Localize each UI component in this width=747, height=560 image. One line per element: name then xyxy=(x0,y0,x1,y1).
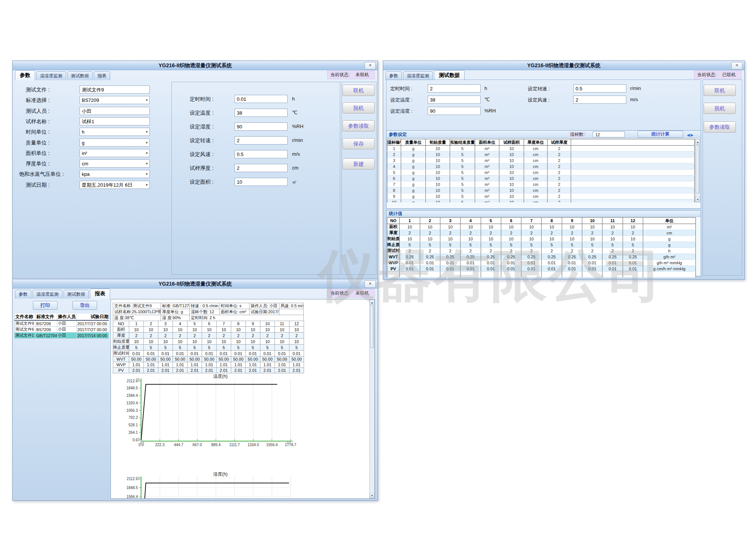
cell: 1.01 xyxy=(144,362,158,368)
unit-label: r/min xyxy=(630,85,641,91)
cell: m² xyxy=(475,152,499,158)
row-label: 厚度 xyxy=(387,230,400,236)
cup-count-input[interactable]: 12 xyxy=(593,131,625,137)
tab-4[interactable]: 报表 xyxy=(90,289,110,299)
field-row: 饱和水蒸气压单位 :kpa▼ xyxy=(16,170,168,180)
cell: 0.01 xyxy=(542,266,562,272)
file-row[interactable]: 测试文件6BS7209小田2017/7/27 00:00 xyxy=(15,327,109,333)
svg-text:1556.4: 1556.4 xyxy=(266,443,278,447)
table-row: 终止质量555555555555g xyxy=(387,242,696,248)
scrollbar-thumb[interactable] xyxy=(696,145,700,193)
close-icon[interactable]: × xyxy=(731,62,743,69)
tab-2[interactable]: 温湿度监测 xyxy=(32,290,62,299)
disconnect-button[interactable]: 脱机 xyxy=(704,103,736,114)
close-icon[interactable]: × xyxy=(365,280,376,288)
humidity-chart: 1584.41848.52112.6湿度(h) xyxy=(114,471,301,499)
cell: 5 xyxy=(542,242,562,248)
group-header: 统计值 xyxy=(387,211,701,217)
column-header: 6 xyxy=(501,218,521,224)
cell: 1.01 xyxy=(217,362,231,368)
setpoint-input[interactable]: 10 xyxy=(235,178,288,186)
file-row[interactable]: 测试文件9BS7209小田2017/7/27 00:00 xyxy=(15,320,109,327)
cell: 5 xyxy=(289,345,304,351)
setpoint-input[interactable]: 38 xyxy=(235,109,288,117)
dropdown[interactable]: g▼ xyxy=(80,139,150,147)
cell: 0.01 xyxy=(602,266,623,272)
tab-4[interactable]: 报表 xyxy=(94,71,110,80)
export-button[interactable]: 导出 xyxy=(72,301,97,310)
cell: 5 xyxy=(501,242,521,248)
pager-arrows-icon[interactable]: ◀▶ xyxy=(687,131,694,139)
scroll-up-icon[interactable]: ▲ xyxy=(695,139,700,144)
cell: 2 xyxy=(548,187,571,193)
setpoint-input[interactable]: 2 xyxy=(573,96,626,104)
cell: m² xyxy=(475,175,499,181)
svg-text:264.1: 264.1 xyxy=(128,430,138,435)
new-button[interactable]: 新建 xyxy=(342,158,375,169)
cell: 5 xyxy=(450,193,475,199)
cell: 2 xyxy=(562,230,582,236)
cell: 10 xyxy=(481,224,501,230)
scroll-down-icon[interactable]: ▼ xyxy=(370,493,374,498)
row-label: 初始质量 xyxy=(113,339,129,345)
report-scrollbar[interactable]: ▲ ▼ xyxy=(369,299,375,498)
cell: 10 xyxy=(582,224,602,230)
cell: BS7209 xyxy=(35,327,57,333)
column-header: 2 xyxy=(420,218,440,224)
cell: 2 xyxy=(289,333,304,339)
connect-button[interactable]: 联机 xyxy=(704,85,736,96)
setpoint-input[interactable]: 90 xyxy=(428,107,481,115)
setpoint-summary: 定时时间 :2h设定温度 :38℃设定湿度 :90%RH设定转速 :0.5r/m… xyxy=(386,80,701,132)
tab-1[interactable]: 参数 xyxy=(15,290,31,299)
cell xyxy=(571,193,695,199)
cell: 10 xyxy=(501,236,521,242)
tab-3[interactable]: 测试数据 xyxy=(67,71,93,80)
dropdown[interactable]: h▼ xyxy=(80,128,150,136)
scrollbar-thumb[interactable] xyxy=(370,305,374,348)
cell: 5 xyxy=(187,345,202,351)
cell: 0.01 xyxy=(461,260,481,266)
tab-3[interactable]: 测试数据 xyxy=(434,70,465,80)
setpoint-input[interactable]: 0.5 xyxy=(235,150,288,158)
tab-2[interactable]: 温湿度监测 xyxy=(403,71,433,80)
cell: 10 xyxy=(158,339,173,345)
text-input[interactable]: 小田 xyxy=(80,107,150,115)
tab-2[interactable]: 温湿度监测 xyxy=(36,71,66,80)
cell: 2 xyxy=(187,333,202,339)
table-row: 面积101010101010101010101010 xyxy=(113,327,304,333)
date-picker[interactable]: 星期五,2019年12月 6日▼ xyxy=(80,181,150,189)
column-header: 单位 xyxy=(643,218,696,224)
read-params-button[interactable]: 参数读取 xyxy=(704,121,736,133)
setpoint-input[interactable]: 0.01 xyxy=(235,95,288,103)
dropdown[interactable]: BS7209▼ xyxy=(80,96,150,104)
text-input[interactable]: 试样1 xyxy=(80,117,150,125)
param-table-scrollbar[interactable]: ▲ ▼ xyxy=(695,139,700,202)
cell: 2 xyxy=(217,333,231,339)
dropdown[interactable]: cm▼ xyxy=(80,159,150,168)
save-button[interactable]: 保存 xyxy=(342,138,375,149)
cell: cm xyxy=(524,169,548,175)
dropdown[interactable]: kpa▼ xyxy=(80,170,150,178)
setpoint-input[interactable]: 2 xyxy=(235,136,288,144)
cell: 0.01 xyxy=(202,351,217,357)
text-input[interactable]: 测试文件9 xyxy=(80,85,150,94)
disconnect-button[interactable]: 脱机 xyxy=(342,102,375,113)
file-row[interactable]: 测试文件1GB/T12704小田2017/7/14 00:00 xyxy=(15,333,109,339)
status-indicator: 当前状态:未联机 xyxy=(327,289,375,298)
scroll-down-icon[interactable]: ▼ xyxy=(695,197,700,202)
read-params-button[interactable]: 参数读取 xyxy=(342,120,375,131)
info-cell: 温 度:38℃ xyxy=(113,315,161,321)
close-icon[interactable]: × xyxy=(365,62,376,69)
setpoint-input[interactable]: 0.5 xyxy=(573,84,626,93)
setpoint-input[interactable]: 2 xyxy=(235,164,288,172)
setpoint-input[interactable]: 90 xyxy=(235,122,288,131)
field-label: 测试人员 : xyxy=(26,108,50,115)
tab-1[interactable]: 参数 xyxy=(15,70,35,80)
dropdown[interactable]: in²▼ xyxy=(80,149,150,157)
scroll-up-icon[interactable]: ▲ xyxy=(370,300,374,305)
tab-1[interactable]: 参数 xyxy=(385,71,402,80)
connect-button[interactable]: 联机 xyxy=(342,85,375,96)
stat-calc-button[interactable]: 统计计算 xyxy=(638,131,683,138)
print-button[interactable]: 打印 xyxy=(33,301,58,310)
tab-3[interactable]: 测试数据 xyxy=(63,290,89,299)
